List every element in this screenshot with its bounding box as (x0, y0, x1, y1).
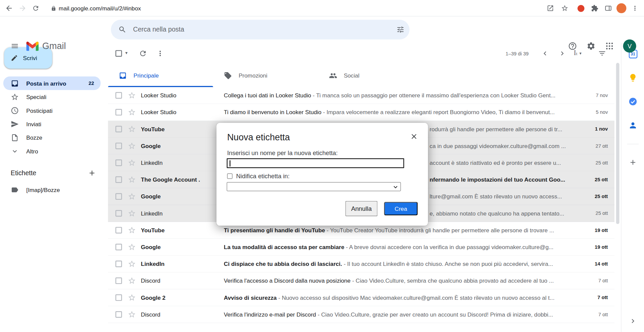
email-row[interactable]: Google 2 Avviso di sicurezza - Nuovo acc… (108, 289, 614, 306)
row-checkbox[interactable] (115, 193, 122, 200)
row-checkbox[interactable] (115, 126, 122, 133)
email-row[interactable]: Discord Verifica l'indirizzo e-mail per … (108, 306, 614, 323)
inbox-tabs: Principale Promozioni Social (108, 64, 614, 87)
chevron-down-icon (393, 185, 398, 190)
email-snippet: Ciao Video.Culture, sembra che qualcuno … (356, 278, 554, 284)
row-checkbox[interactable] (115, 278, 122, 284)
list-scrollbar-thumb[interactable] (616, 63, 620, 224)
tab-social[interactable]: Social (318, 64, 423, 87)
browser-share-button[interactable] (545, 3, 555, 13)
email-subject: Avviso di sicurezza (224, 294, 277, 301)
get-addons-button[interactable] (625, 154, 641, 171)
main-menu-button[interactable] (10, 41, 19, 51)
select-all-checkbox[interactable] (115, 50, 122, 57)
row-checkbox[interactable] (115, 159, 122, 166)
browser-back-button[interactable] (4, 3, 14, 13)
side-panel-icon (604, 4, 612, 12)
refresh-list-button[interactable] (139, 49, 148, 58)
sidebar-item-label: [Imap]/Bozze (26, 186, 60, 193)
side-panel-button[interactable] (603, 3, 613, 13)
email-separator: - (351, 278, 356, 284)
browser-menu-button[interactable] (630, 3, 640, 13)
browser-toolbar: mail.google.com/mail/u/2/#inbox (0, 0, 644, 16)
row-star-icon[interactable] (128, 260, 136, 268)
more-options-button[interactable] (156, 49, 165, 58)
sidebar-item-drafts[interactable]: Bozze (3, 131, 101, 144)
row-star-icon[interactable] (128, 125, 136, 133)
search-input[interactable] (133, 26, 396, 33)
sidebar-item-snoozed[interactable]: Posticipati (3, 104, 101, 117)
search-options-button[interactable] (396, 26, 405, 34)
email-sender: LinkedIn (141, 260, 219, 267)
search-icon[interactable] (118, 26, 126, 34)
email-row[interactable]: Discord Verifica l'accesso a Discord dal… (108, 273, 614, 289)
cancel-button[interactable]: Annulla (345, 201, 378, 216)
row-star-icon[interactable] (128, 226, 136, 234)
row-star-icon[interactable] (128, 176, 136, 184)
label-name-input[interactable] (227, 158, 404, 168)
tab-promozioni[interactable]: Promozioni (213, 64, 318, 87)
row-star-icon[interactable] (128, 159, 136, 167)
sidebar-nav: Posta in arrivo 22 Speciali Posticipati … (0, 77, 105, 158)
create-button[interactable]: Crea (384, 202, 418, 215)
row-star-icon[interactable] (128, 91, 136, 99)
create-label-button[interactable] (88, 169, 96, 177)
email-row[interactable]: LinkedIn Ci dispiace che tu abbia deciso… (108, 256, 614, 273)
email-row[interactable]: Google La tua modalità di accesso sta pe… (108, 239, 614, 255)
email-row[interactable]: Looker Studio Ti diamo il benvenuto in L… (108, 104, 614, 121)
tasks-button[interactable] (625, 93, 641, 110)
url-bar[interactable]: mail.google.com/mail/u/2/#inbox (59, 5, 141, 12)
row-checkbox[interactable] (115, 210, 122, 217)
select-dropdown-icon[interactable]: ▾ (125, 50, 127, 55)
parent-label-select[interactable] (227, 182, 401, 191)
google-apps-button[interactable] (604, 41, 614, 51)
row-star-icon[interactable] (128, 209, 136, 217)
help-button[interactable] (568, 41, 577, 51)
email-date: 7 ott (576, 295, 608, 300)
sidebar-item-starred[interactable]: Speciali (3, 90, 101, 103)
keep-button[interactable] (625, 69, 641, 86)
row-star-icon[interactable] (128, 108, 136, 116)
row-star-icon[interactable] (128, 310, 136, 318)
row-star-icon[interactable] (128, 142, 136, 150)
adblock-extension-icon[interactable] (578, 5, 585, 12)
row-checkbox[interactable] (115, 294, 122, 301)
row-checkbox[interactable] (115, 244, 122, 250)
tab-principale[interactable]: Principale (108, 64, 213, 87)
browser-profile-avatar[interactable] (616, 3, 626, 13)
email-date: 1 nov (576, 126, 608, 132)
collapse-side-panel-button[interactable] (625, 313, 641, 329)
extensions-button[interactable] (590, 3, 599, 13)
sidebar-item-inbox[interactable]: Posta in arrivo 22 (3, 77, 101, 90)
dialog-close-button[interactable] (410, 132, 419, 141)
sidebar-item-sent[interactable]: Inviati (3, 117, 101, 131)
contacts-button[interactable] (625, 117, 641, 134)
sidebar-item-more[interactable]: Altro (3, 144, 101, 158)
row-checkbox[interactable] (115, 227, 122, 234)
browser-refresh-button[interactable] (31, 3, 41, 13)
row-checkbox[interactable] (115, 176, 122, 183)
settings-button[interactable] (586, 41, 596, 51)
account-avatar[interactable]: V (623, 40, 636, 53)
row-star-icon[interactable] (128, 192, 136, 200)
older-page-button[interactable] (557, 48, 567, 58)
gmail-logo[interactable]: Gmail (26, 37, 66, 54)
row-checkbox[interactable] (115, 92, 122, 99)
row-checkbox[interactable] (115, 143, 122, 149)
email-date: 27 ott (576, 143, 608, 149)
row-checkbox[interactable] (115, 260, 122, 267)
sidebar-item-label: Altro (26, 148, 38, 154)
row-checkbox[interactable] (115, 311, 122, 318)
sidebar-label-imap-bozze[interactable]: [Imap]/Bozze (3, 183, 101, 196)
text-cursor (229, 160, 230, 167)
row-star-icon[interactable] (128, 293, 136, 301)
email-row[interactable]: Looker Studio Collega i tuoi dati in Loo… (108, 87, 614, 104)
bookmark-button[interactable] (560, 3, 570, 13)
row-star-icon[interactable] (128, 277, 136, 285)
browser-forward-button[interactable] (18, 3, 28, 13)
row-star-icon[interactable] (128, 243, 136, 251)
row-checkbox[interactable] (115, 109, 122, 115)
nest-checkbox[interactable] (227, 174, 232, 179)
site-security-button[interactable] (48, 3, 58, 13)
newer-page-button[interactable] (540, 48, 550, 58)
